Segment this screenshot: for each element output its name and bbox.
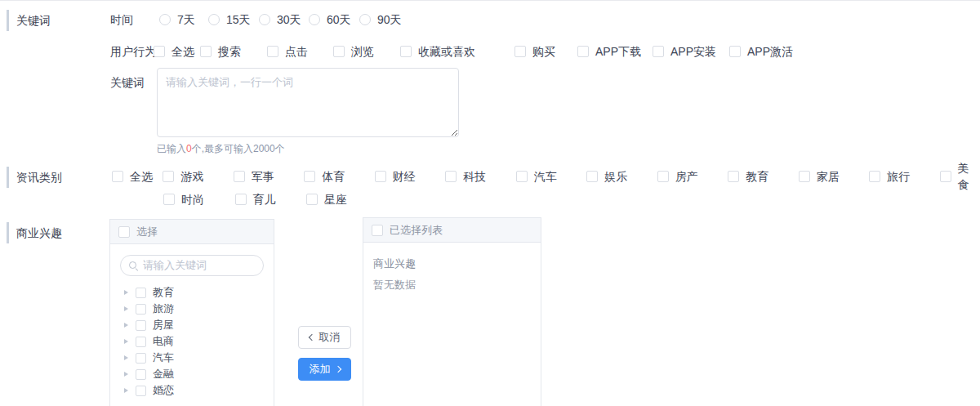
checkbox-icon[interactable]	[136, 353, 146, 364]
tree-item-finance[interactable]: 金融	[110, 366, 274, 382]
checkbox-news-select-all[interactable]: 全选	[112, 168, 163, 185]
checkbox-news-military[interactable]: 军事	[234, 168, 304, 185]
checkbox-icon	[653, 46, 664, 57]
interest-source-panel: 选择 请输入关键词 教育 旅游 房屋	[109, 219, 274, 406]
checkbox-purchase-behavior[interactable]: 购买	[514, 43, 577, 60]
checkbox-news-fashion[interactable]: 时尚	[163, 191, 235, 207]
checkbox-click-behavior[interactable]: 点击	[267, 43, 333, 60]
checkbox-app-install-behavior[interactable]: APP安装	[653, 43, 729, 60]
checkbox-news-realestate[interactable]: 房产	[657, 168, 728, 185]
checkbox-search-behavior[interactable]: 搜索	[200, 43, 267, 60]
checkbox-favorite-behavior[interactable]: 收藏或喜欢	[400, 43, 514, 60]
caret-right-icon[interactable]	[124, 306, 128, 311]
checkbox-news-home[interactable]: 家居	[799, 168, 869, 185]
cancel-button[interactable]: 取消	[298, 326, 351, 349]
radio-icon	[208, 14, 220, 25]
radio-option-60d[interactable]: 60天	[309, 11, 359, 28]
checkbox-icon[interactable]	[136, 369, 146, 380]
caret-right-icon[interactable]	[124, 388, 128, 393]
checkbox-icon[interactable]	[136, 337, 146, 347]
caret-right-icon[interactable]	[124, 355, 128, 360]
checkbox-icon	[234, 171, 245, 182]
tree-item-ecommerce[interactable]: 电商	[110, 333, 274, 350]
checkbox-icon	[940, 171, 951, 182]
radio-icon	[159, 14, 171, 25]
checkbox-news-sports[interactable]: 体育	[304, 168, 374, 185]
checkbox-news-parenting[interactable]: 育儿	[235, 191, 307, 207]
checkbox-app-activate-behavior[interactable]: APP激活	[729, 43, 793, 60]
checkbox-icon	[729, 46, 741, 57]
checkbox-icon	[514, 46, 526, 57]
tree-item-marriage[interactable]: 婚恋	[110, 382, 274, 399]
section-title-keywords: 关键词	[16, 12, 51, 29]
tree-item-travel[interactable]: 旅游	[110, 301, 274, 317]
checkbox-icon	[372, 225, 383, 236]
checkbox-selected-list[interactable]: 已选择列表	[372, 222, 443, 239]
section-marker-bar	[7, 10, 9, 31]
keyword-textarea[interactable]	[157, 68, 459, 137]
tree-item-education[interactable]: 教育	[110, 284, 274, 301]
behavior-row-label: 用户行为	[110, 43, 156, 60]
checkbox-browse-behavior[interactable]: 浏览	[333, 43, 400, 60]
section-title-business-interest: 商业兴趣	[16, 225, 62, 241]
add-button[interactable]: 添加	[298, 358, 351, 381]
selected-group-title: 商业兴趣	[373, 256, 531, 272]
search-placeholder-text: 请输入关键词	[143, 259, 207, 272]
checkbox-news-travel[interactable]: 旅行	[869, 168, 939, 185]
checkbox-icon	[445, 171, 457, 182]
tree-item-auto[interactable]: 汽车	[110, 350, 274, 366]
radio-option-7d[interactable]: 7天	[159, 11, 208, 28]
checkbox-icon	[163, 171, 174, 182]
checkbox-icon	[728, 171, 739, 182]
time-row-label: 时间	[110, 11, 133, 28]
keyword-count-value: 0	[186, 143, 192, 154]
tree-item-housing[interactable]: 房屋	[110, 317, 274, 333]
radio-icon	[259, 14, 270, 25]
interest-search-input[interactable]: 请输入关键词	[120, 255, 264, 276]
checkbox-icon[interactable]	[136, 288, 146, 298]
radio-option-15d[interactable]: 15天	[208, 11, 259, 28]
empty-data-text: 暂无数据	[373, 277, 531, 293]
checkbox-icon	[657, 171, 669, 182]
checkbox-icon	[869, 171, 880, 182]
checkbox-icon	[200, 46, 212, 57]
keyword-input-label: 关键词	[110, 74, 145, 91]
checkbox-select-all-interests[interactable]: 选择	[118, 224, 158, 240]
checkbox-news-horoscope[interactable]: 星座	[306, 191, 347, 207]
checkbox-news-finance[interactable]: 财经	[375, 168, 445, 185]
interest-selected-panel: 已选择列表 商业兴趣 暂无数据	[363, 217, 541, 406]
checkbox-icon	[333, 46, 345, 57]
caret-right-icon[interactable]	[124, 323, 128, 328]
keyword-counter: 已输入0个,最多可输入2000个	[157, 142, 285, 156]
checkbox-icon[interactable]	[136, 304, 146, 315]
checkbox-news-tech[interactable]: 科技	[445, 168, 515, 185]
checkbox-app-download-behavior[interactable]: APP下载	[577, 43, 653, 60]
checkbox-news-education[interactable]: 教育	[728, 168, 798, 185]
checkbox-icon[interactable]	[136, 320, 146, 331]
checkbox-icon[interactable]	[136, 386, 146, 396]
checkbox-icon	[306, 194, 318, 205]
checkbox-select-all-behavior[interactable]: 全选	[154, 43, 200, 60]
checkbox-news-food[interactable]: 美食	[940, 160, 980, 193]
checkbox-icon	[118, 226, 130, 238]
radio-option-90d[interactable]: 90天	[359, 11, 402, 28]
checkbox-icon	[163, 194, 175, 205]
checkbox-news-game[interactable]: 游戏	[163, 168, 233, 185]
checkbox-news-auto[interactable]: 汽车	[516, 168, 586, 185]
checkbox-icon	[112, 171, 123, 182]
checkbox-icon	[154, 46, 165, 57]
caret-right-icon[interactable]	[124, 290, 128, 295]
caret-right-icon[interactable]	[124, 339, 128, 344]
radio-option-30d[interactable]: 30天	[259, 11, 309, 28]
news-category-row-2: 时尚 育儿 星座	[163, 191, 347, 207]
caret-right-icon[interactable]	[124, 372, 128, 377]
radio-icon	[309, 14, 320, 25]
section-title-news-category: 资讯类别	[16, 169, 62, 185]
behavior-checkbox-group: 全选 搜索 点击 浏览 收藏或喜欢 购买 APP下载 APP安装	[154, 43, 793, 60]
checkbox-icon	[235, 194, 247, 205]
source-panel-header: 选择	[110, 220, 274, 244]
checkbox-icon	[586, 171, 598, 182]
checkbox-news-entertainment[interactable]: 娱乐	[586, 168, 657, 185]
interest-tree: 教育 旅游 房屋 电商 汽车	[110, 284, 274, 399]
time-radio-group: 7天 15天 30天 60天 90天	[159, 11, 402, 28]
